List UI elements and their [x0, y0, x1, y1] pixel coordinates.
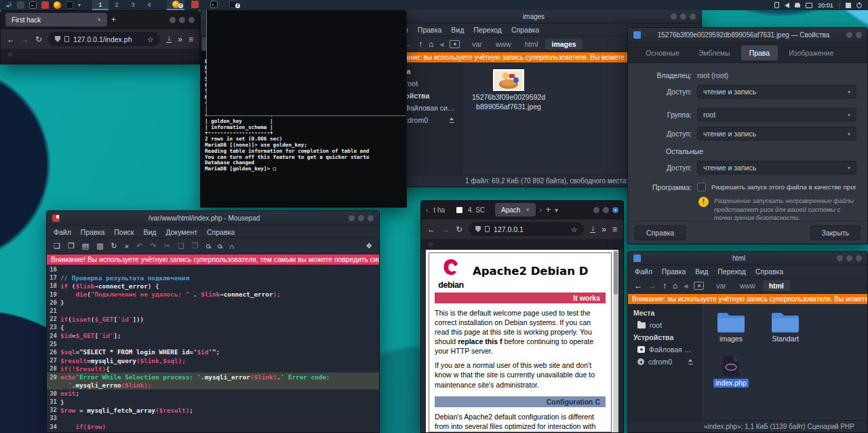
menu-item[interactable]: Справка [511, 26, 539, 34]
overflow-menu-icon[interactable]: » [601, 225, 606, 234]
forward-button[interactable]: → [441, 225, 450, 234]
downloads-icon[interactable]: ↓ [590, 225, 595, 233]
browser-tab-active[interactable]: Apach × [495, 203, 536, 216]
bookmark-star-icon[interactable]: ☆ [571, 225, 577, 233]
file-item[interactable]: index.php [709, 355, 753, 388]
home-button[interactable]: ⌂ [429, 39, 433, 49]
scrollbar-thumb[interactable] [614, 251, 618, 295]
code-editor[interactable]: 1617// Проверка результата подключения18… [47, 265, 379, 432]
app-menu-icon[interactable]: ≡ [189, 35, 193, 44]
breadcrumb-item[interactable]: Основные [637, 45, 688, 60]
save-icon[interactable]: ▤ [82, 242, 89, 250]
close-button[interactable] [856, 255, 862, 261]
titlebar[interactable]: /var/www/html/index.php - Mousepad [47, 211, 379, 226]
close-button[interactable] [856, 32, 862, 38]
breadcrumb-item[interactable]: Изображение [781, 45, 842, 60]
overflow-menu-icon[interactable]: » [178, 35, 182, 44]
firefox-launcher-icon[interactable] [54, 1, 61, 9]
paste-icon[interactable]: ❒ [192, 242, 199, 250]
allow-execute-checkbox[interactable] [697, 183, 706, 191]
back-button[interactable]: ← [7, 35, 15, 44]
menu-item[interactable]: Файл [54, 228, 71, 236]
reload-button[interactable]: ↻ [35, 35, 42, 44]
forward-button[interactable]: → [648, 281, 656, 290]
forward-button[interactable]: → [21, 35, 29, 44]
maximize-button[interactable] [603, 207, 609, 213]
terminal-launcher-icon[interactable]: >_ [29, 1, 37, 9]
tab-close-icon[interactable]: × [526, 206, 529, 213]
app-menu-icon[interactable]: ≡ [612, 225, 617, 234]
group-access-select[interactable]: чтение и запись▾ [697, 127, 856, 140]
menu-item[interactable]: Справка [755, 267, 783, 276]
sidebar-item[interactable]: cdrom0 [628, 356, 701, 368]
breadcrumb-item[interactable]: Эмблемы [690, 45, 738, 60]
tab-close-icon[interactable]: × [98, 16, 101, 23]
reload-button[interactable]: ↻ [456, 225, 462, 234]
breadcrumb-item[interactable]: var [710, 280, 732, 291]
taskbar-terminal-button[interactable]: >_ [205, 0, 222, 10]
maximize-button[interactable] [846, 255, 852, 261]
menu-item[interactable]: Правка [418, 26, 441, 34]
taskbar-editor-button[interactable] [186, 0, 203, 10]
close-button[interactable] [368, 215, 374, 221]
cut-icon[interactable]: ✂ [164, 242, 170, 250]
new-tab-button[interactable]: + [546, 205, 551, 214]
minimize-button[interactable] [671, 14, 677, 20]
notifications-icon[interactable] [795, 3, 800, 7]
power-icon[interactable] [856, 3, 862, 8]
minimize-button[interactable] [593, 207, 599, 213]
search-icon[interactable] [206, 244, 210, 248]
breadcrumb-item[interactable]: www [734, 280, 762, 291]
file-view[interactable]: imagesStandartindex.php [701, 304, 867, 420]
menu-item[interactable]: Правка [81, 228, 104, 236]
sidebar-item[interactable]: root [628, 319, 701, 331]
editor-launcher-icon[interactable] [41, 1, 49, 9]
url-bar[interactable]: 127.0.0.1 ☆ [469, 222, 584, 236]
file-item[interactable]: images [709, 311, 753, 344]
menu-item[interactable]: Справка [207, 228, 235, 236]
browser-tab-partial[interactable]: t ha [432, 203, 446, 216]
reload-icon[interactable]: ↻ [111, 242, 117, 250]
files-launcher-icon[interactable] [17, 1, 24, 9]
media-icon[interactable] [450, 40, 460, 48]
browser-tab[interactable]: First hack × [5, 13, 107, 26]
maximize-button[interactable] [846, 32, 852, 38]
sidebar-item[interactable]: Файловая сист… [628, 343, 701, 356]
crumb-scroll-icon[interactable]: ◂ [439, 39, 443, 49]
home-button[interactable]: ⌂ [673, 281, 677, 290]
close-button[interactable]: × [612, 207, 618, 213]
back-button[interactable]: ← [634, 281, 642, 290]
close-document-icon[interactable]: × [125, 242, 129, 250]
workspace-button[interactable]: 1 [92, 0, 108, 10]
import-bookmarks-icon[interactable]: ☆ [7, 51, 13, 58]
menu-item[interactable]: Вид [695, 267, 708, 276]
eject-icon[interactable] [449, 117, 455, 123]
page-scrollbar[interactable] [613, 250, 618, 432]
undo-icon[interactable]: ↶ [136, 242, 142, 250]
tab-scroll-left-icon[interactable]: ‹ [426, 206, 428, 214]
new-document-icon[interactable]: ❏ [54, 242, 60, 250]
workspace-button[interactable]: 3 [125, 0, 141, 10]
clock[interactable]: 20:01 [818, 2, 833, 9]
menu-item[interactable]: Поиск [114, 228, 134, 236]
display-icon[interactable] [806, 3, 812, 8]
save-as-icon[interactable]: ▥ [96, 242, 103, 250]
titlebar[interactable]: 15276b3f09e0029592db899056af7631.jpeg — … [628, 28, 867, 43]
menu-item[interactable]: Файл [635, 267, 652, 276]
breadcrumb-item[interactable]: html [763, 280, 790, 291]
taskbar-files-button[interactable]: 2 [224, 0, 241, 10]
breadcrumb-item[interactable]: Права [741, 45, 778, 60]
titlebar[interactable]: images [384, 10, 701, 24]
bookmark-star-icon[interactable]: ☆ [147, 35, 153, 43]
workspace-button[interactable]: 2 [108, 0, 125, 10]
screenshot-launcher-icon[interactable] [66, 1, 73, 9]
new-tab-button[interactable]: + [111, 15, 116, 24]
maximize-button[interactable] [680, 14, 686, 20]
package-updates-icon[interactable] [846, 3, 851, 8]
help-button[interactable]: Справка [635, 225, 686, 240]
menu-item[interactable]: Документ [165, 228, 197, 236]
breadcrumb-item[interactable]: www [490, 39, 517, 50]
back-button[interactable]: ← [427, 225, 435, 234]
titlebar[interactable]: html [628, 252, 867, 265]
launcher-expand-icon[interactable]: ▾ [78, 2, 81, 8]
